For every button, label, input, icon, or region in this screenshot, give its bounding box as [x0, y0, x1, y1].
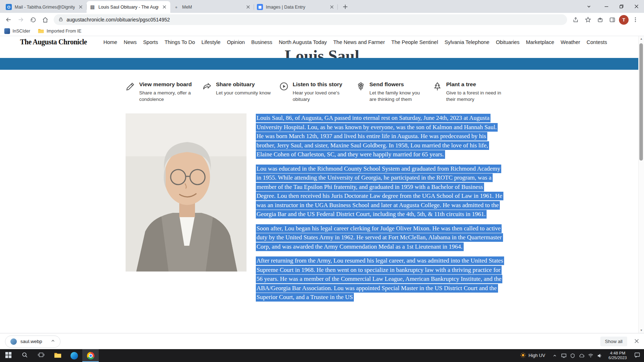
start-button[interactable] — [0, 349, 16, 362]
site-logo[interactable]: The Augusta Chronicle — [20, 38, 87, 46]
nav-weather[interactable]: Weather — [561, 39, 580, 45]
page-scrollbar[interactable]: ▲ ▼ — [638, 36, 644, 333]
show-all-button[interactable]: Show all — [600, 337, 627, 346]
profile-avatar[interactable]: T — [619, 15, 629, 25]
tab-search-button[interactable] — [582, 0, 595, 13]
nav-home[interactable]: Home — [103, 39, 117, 45]
taskbar-search-button[interactable] — [16, 349, 33, 362]
windows-icon — [5, 352, 11, 359]
back-button[interactable] — [3, 14, 14, 25]
nav-marketplace[interactable]: Marketplace — [526, 39, 554, 45]
nav-opinion[interactable]: Opinion — [227, 39, 245, 45]
image-file-icon — [10, 338, 17, 345]
action-center-button[interactable] — [630, 349, 644, 362]
chrome-icon — [87, 352, 94, 359]
reload-button[interactable] — [28, 14, 38, 25]
tab-title: Images | Data Entry — [266, 5, 326, 10]
chrome-button[interactable] — [82, 349, 99, 362]
bookmark-item-inscider[interactable]: InSCIder — [4, 28, 30, 34]
download-bar-right: Show all — [600, 337, 639, 346]
action-share-obituary[interactable]: Share obituaryLet your community know — [203, 81, 273, 103]
nav-north-augusta-today[interactable]: North Augusta Today — [279, 39, 327, 45]
lock-icon — [58, 17, 63, 23]
maximize-button[interactable] — [614, 0, 629, 13]
system-tray — [550, 349, 605, 362]
menu-kebab-icon[interactable] — [630, 14, 641, 25]
nav-obituaries[interactable]: Obituaries — [496, 39, 519, 45]
time-text: 4:48 PM — [610, 351, 625, 356]
close-window-button[interactable] — [629, 0, 644, 13]
tab-title: Louis Saul Obituary - The Augus — [98, 5, 158, 10]
volume-icon[interactable] — [596, 352, 604, 359]
bookmark-item-imported-from-ie[interactable]: Imported From IE — [38, 28, 81, 34]
flower-icon — [356, 82, 366, 91]
nav-the-news-and-farmer[interactable]: The News and Farmer — [333, 39, 385, 45]
tab-close-icon[interactable] — [161, 4, 167, 10]
nav-news[interactable]: News — [124, 39, 137, 45]
folder-icon — [38, 28, 44, 34]
tab-mem[interactable]: ● MeM — [170, 1, 254, 13]
tab-obituary[interactable]: ▤ Louis Saul Obituary - The Augus — [87, 1, 170, 13]
taskbar-clock[interactable]: 4:48 PM 6/25/2023 — [605, 349, 630, 362]
file-explorer-button[interactable] — [49, 349, 66, 362]
hidden-icons-chevron-icon[interactable] — [551, 352, 559, 359]
tab-title: Mail - Tabitha.Grimes@Dignitym — [15, 5, 75, 10]
tab-close-icon[interactable] — [78, 4, 84, 10]
scroll-up-button[interactable]: ▲ — [639, 36, 644, 41]
tree-icon — [433, 82, 442, 91]
new-tab-button[interactable] — [340, 1, 351, 12]
nav-lifestyle[interactable]: Lifestyle — [201, 39, 220, 45]
extensions-puzzle-icon[interactable] — [595, 14, 605, 25]
obituary-paragraph: After returning from the Army, Lou resum… — [256, 256, 503, 302]
tab-close-icon[interactable] — [329, 4, 335, 10]
side-panel-icon[interactable] — [607, 14, 618, 25]
edge-icon — [70, 352, 78, 359]
minimize-button[interactable] — [599, 0, 614, 13]
url-bar[interactable]: augustachronicle.com/obituaries/pgsc0514… — [54, 14, 567, 25]
action-view-memory-board[interactable]: View memory boardShare a memory, offer a… — [126, 81, 196, 103]
task-view-button[interactable] — [33, 349, 49, 362]
generic-favicon-icon: ● — [173, 4, 179, 10]
forward-button[interactable] — [15, 14, 26, 25]
home-button[interactable] — [40, 14, 50, 25]
nav-contests[interactable]: Contests — [587, 39, 607, 45]
shield-icon[interactable] — [569, 352, 577, 359]
play-icon — [279, 82, 289, 91]
bookmarks-bar: InSCIder Imported From IE — [0, 26, 644, 36]
nav-business[interactable]: Business — [251, 39, 272, 45]
tab-images-data-entry[interactable]: ▦ Images | Data Entry — [254, 1, 338, 13]
tab-mail[interactable]: O Mail - Tabitha.Grimes@Dignitym — [3, 1, 87, 13]
download-bar-close-button[interactable] — [634, 338, 639, 345]
weather-widget[interactable]: High UV — [516, 349, 550, 362]
folder-icon — [54, 352, 62, 359]
windows-taskbar: High UV 4:48 PM 6/25/2023 — [0, 349, 644, 362]
page-title-clipped: Louis Saul — [0, 48, 644, 58]
browser-window: O Mail - Tabitha.Grimes@Dignitym ▤ Louis… — [0, 0, 644, 362]
share-button[interactable] — [570, 14, 581, 25]
scroll-thumb[interactable] — [639, 43, 643, 161]
edge-button[interactable] — [66, 349, 82, 362]
portrait-illustration — [126, 113, 247, 272]
action-plant-a-tree[interactable]: Plant a treeGive to a forest in need in … — [433, 81, 503, 103]
bookmark-star-icon[interactable] — [582, 14, 593, 25]
outlook-icon: O — [6, 4, 12, 10]
cloud-icon[interactable] — [578, 352, 586, 359]
wifi-icon[interactable] — [587, 352, 595, 359]
download-filename: saul.webp — [20, 339, 42, 344]
nav-sylvania-telephone[interactable]: Sylvania Telephone — [444, 39, 489, 45]
scroll-down-button[interactable]: ▼ — [639, 328, 644, 333]
chevron-up-icon[interactable] — [51, 339, 55, 344]
tab-close-icon[interactable] — [245, 4, 251, 10]
download-item[interactable]: saul.webp — [5, 336, 60, 348]
action-listen-to-story[interactable]: Listen to this storyHear your loved one'… — [279, 81, 350, 103]
action-send-flowers[interactable]: Send flowersLet the family know you are … — [356, 81, 427, 103]
page-favicon-icon: ▤ — [89, 4, 96, 10]
site-nav: Home News Sports Things To Do Lifestyle … — [103, 39, 607, 45]
monitor-icon[interactable] — [560, 352, 568, 359]
nav-the-people-sentinel[interactable]: The People Sentinel — [391, 39, 438, 45]
nav-sports[interactable]: Sports — [143, 39, 158, 45]
url-text: augustachronicle.com/obituaries/pgsc0514… — [67, 17, 170, 23]
nav-things-to-do[interactable]: Things To Do — [165, 39, 195, 45]
sticky-blue-band — [0, 58, 644, 70]
obituary-text: Louis Saul, 86, of Augusta, GA passed in… — [256, 113, 503, 307]
